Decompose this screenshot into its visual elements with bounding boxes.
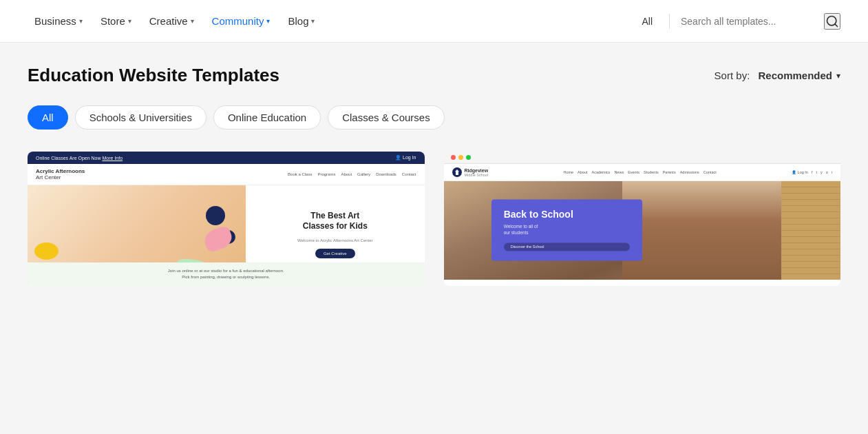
search-input[interactable] (681, 16, 818, 27)
filter-classes-courses[interactable]: Classes & Courses (328, 105, 445, 130)
search-input-wrap (681, 13, 840, 30)
nav-blog[interactable]: Blog ▾ (281, 10, 321, 32)
main-nav: Business ▾ Store ▾ Creative ▾ Community … (28, 10, 636, 32)
browser-dot-red (451, 155, 456, 160)
art-center-login: 👤 Log In (395, 155, 416, 161)
school-preview: Ridgeview Middle School HomeAboutAcademi… (444, 152, 841, 286)
sort-by-dropdown[interactable]: Sort by: Recommended ▾ (714, 70, 840, 81)
nav-creative[interactable]: Creative ▾ (142, 10, 201, 32)
search-filter-dropdown[interactable]: All (636, 13, 658, 30)
filter-pills: All Schools & Universities Online Educat… (28, 105, 840, 130)
filter-schools-universities[interactable]: Schools & Universities (75, 105, 207, 130)
chevron-down-icon: ▾ (128, 17, 131, 25)
main-content: Education Website Templates Sort by: Rec… (0, 43, 868, 313)
nav-creative-label: Creative (149, 15, 188, 27)
art-center-preview: Online Classes Are Open Now More Info 👤 … (28, 152, 425, 286)
school-hero: Back to School Welcome to all ofour stud… (444, 181, 841, 280)
chevron-down-icon: ▾ (836, 71, 840, 81)
template-card-school[interactable]: Ridgeview Middle School HomeAboutAcademi… (444, 152, 841, 286)
nav-store[interactable]: Store ▾ (94, 10, 138, 32)
header: Business ▾ Store ▾ Creative ▾ Community … (0, 0, 868, 43)
school-logo-icon (452, 167, 462, 177)
svg-line-1 (835, 23, 838, 26)
school-nav-bar: Ridgeview Middle School HomeAboutAcademi… (444, 164, 841, 181)
nav-community-label: Community (212, 15, 264, 27)
school-browser-bar (444, 152, 841, 164)
decorative-blob (34, 242, 59, 260)
art-center-subtext: Welcome to Acrylic Afternoons Art Center (254, 238, 416, 243)
search-divider (669, 14, 670, 29)
search-area: All (636, 13, 840, 30)
nav-community[interactable]: Community ▾ (205, 10, 277, 32)
art-center-cta: Get Creative (315, 249, 355, 258)
browser-dot-yellow (458, 155, 463, 160)
art-center-nav-links: Book a ClassProgramsAboutGalleryDownload… (288, 172, 416, 176)
page-title: Education Website Templates (28, 65, 279, 86)
template-grid: Online Classes Are Open Now More Info 👤 … (28, 152, 840, 286)
decorative-circle-1 (206, 206, 225, 225)
school-name: Ridgeview (465, 168, 489, 173)
chevron-down-icon: ▾ (311, 17, 315, 25)
art-center-bottom-bar: Join us online or at our studio for a fu… (28, 262, 425, 286)
page-header: Education Website Templates Sort by: Rec… (28, 65, 840, 86)
search-button[interactable] (824, 13, 840, 30)
art-center-headline: The Best ArtClasses for Kids (254, 211, 416, 232)
school-overlay-title: Back to School (504, 209, 630, 220)
school-overlay-card: Back to School Welcome to all ofour stud… (491, 200, 642, 261)
school-overlay-button: Discover the School (504, 243, 630, 251)
school-nav-links: HomeAboutAcademicsNewsEventsStudentsPare… (563, 170, 716, 174)
art-center-top-bar: Online Classes Are Open Now More Info 👤 … (28, 152, 425, 164)
chevron-down-icon: ▾ (191, 17, 194, 25)
nav-business[interactable]: Business ▾ (28, 10, 89, 32)
filter-online-education[interactable]: Online Education (213, 105, 321, 130)
nav-business-label: Business (34, 15, 76, 27)
nav-blog-label: Blog (288, 15, 308, 27)
chevron-down-icon: ▾ (79, 17, 83, 25)
school-overlay-sub: Welcome to all ofour students (504, 224, 630, 236)
filter-all[interactable]: All (28, 105, 68, 130)
school-logo-area: Ridgeview Middle School (452, 167, 489, 177)
school-nav-right: 👤 Log In f t y o i (792, 170, 832, 174)
art-center-top-bar-text: Online Classes Are Open Now More Info (36, 156, 123, 161)
nav-store-label: Store (100, 15, 125, 27)
sort-by-value: Recommended (758, 70, 832, 81)
sort-by-label: Sort by: (714, 70, 750, 81)
browser-dot-green (466, 155, 471, 160)
chevron-down-icon: ▾ (266, 17, 270, 25)
art-center-logo: Acrylic AfternoonsArt Center (36, 168, 85, 180)
template-card-art-center[interactable]: Online Classes Are Open Now More Info 👤 … (28, 152, 425, 286)
art-center-nav: Acrylic AfternoonsArt Center Book a Clas… (28, 164, 425, 185)
